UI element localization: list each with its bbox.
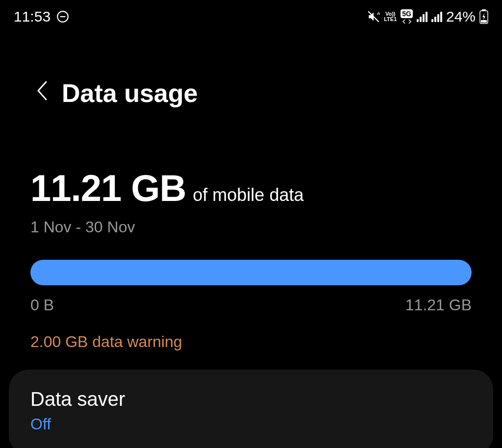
data-saver-status: Off	[30, 415, 472, 433]
page-title: Data usage	[62, 78, 198, 108]
data-saver-title: Data saver	[30, 388, 472, 410]
5g-icon: 5G	[401, 9, 413, 24]
progress-min: 0 B	[30, 296, 54, 314]
battery-icon	[479, 9, 488, 24]
usage-amount: 11.21 GB	[30, 167, 186, 209]
volte-icon: Vo)) LTE1	[384, 11, 397, 22]
date-range[interactable]: 1 Nov - 30 Nov	[30, 218, 472, 236]
back-icon[interactable]	[35, 80, 48, 106]
data-warning[interactable]: 2.00 GB data warning	[30, 333, 472, 351]
data-saver-card[interactable]: Data saver Off	[9, 370, 493, 448]
mute-icon	[367, 10, 380, 23]
header: Data usage	[0, 29, 502, 118]
status-right: Vo)) LTE1 5G 24%	[367, 8, 488, 25]
status-left: 11:53	[14, 8, 69, 25]
status-time: 11:53	[14, 8, 50, 25]
svg-rect-4	[482, 9, 486, 11]
dnd-icon	[56, 10, 69, 23]
signal-icon-2	[431, 12, 442, 22]
usage-progress-bar	[30, 260, 472, 285]
battery-percent: 24%	[446, 8, 476, 25]
signal-icon-1	[417, 12, 427, 22]
usage-label: of mobile data	[193, 185, 303, 205]
progress-labels: 0 B 11.21 GB	[30, 296, 472, 314]
progress-max: 11.21 GB	[405, 296, 472, 314]
content: 11.21 GB of mobile data 1 Nov - 30 Nov 0…	[0, 118, 502, 351]
status-bar: 11:53 Vo)) LTE1 5G	[0, 0, 502, 29]
usage-summary: 11.21 GB of mobile data	[30, 167, 472, 209]
svg-rect-5	[481, 20, 487, 23]
